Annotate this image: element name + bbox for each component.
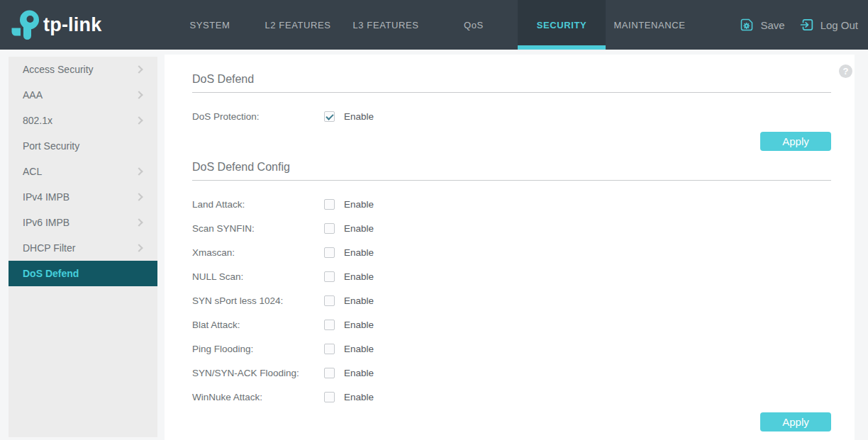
field-label: SYN sPort less 1024: bbox=[192, 295, 324, 306]
enable-label: Enable bbox=[344, 199, 374, 210]
main-nav: SYSTEM L2 FEATURES L3 FEATURES QoS SECUR… bbox=[166, 0, 694, 50]
config-row-syn-sport: SYN sPort less 1024: Enable bbox=[192, 295, 831, 306]
enable-label: Enable bbox=[344, 271, 374, 282]
sidebar-item-acl[interactable]: ACL bbox=[9, 159, 157, 184]
config-row-scan-synfin: Scan SYNFIN: Enable bbox=[192, 223, 831, 234]
sidebar-item-aaa[interactable]: AAA bbox=[9, 82, 157, 108]
tab-qos[interactable]: QoS bbox=[430, 0, 518, 50]
sidebar-item-ipv6-impb[interactable]: IPv6 IMPB bbox=[9, 210, 157, 235]
dos-protection-checkbox[interactable] bbox=[324, 111, 335, 122]
field-label: Ping Flooding: bbox=[192, 344, 324, 354]
sidebar-item-label: AAA bbox=[23, 89, 43, 101]
tab-system[interactable]: SYSTEM bbox=[166, 0, 254, 50]
chevron-right-icon bbox=[135, 193, 143, 201]
enable-label: Enable bbox=[344, 223, 374, 234]
content-panel: DoS Defend DoS Protection: Enable Apply … bbox=[165, 55, 855, 440]
enable-label: Enable bbox=[344, 247, 374, 258]
land-attack-checkbox[interactable] bbox=[324, 199, 335, 210]
dos-protection-label: DoS Protection: bbox=[192, 111, 324, 122]
field-label: Blat Attack: bbox=[192, 320, 324, 330]
logout-icon bbox=[799, 17, 815, 33]
sidebar-item-dos-defend[interactable]: DoS Defend bbox=[9, 261, 157, 286]
section-title-dos-defend: DoS Defend bbox=[192, 73, 831, 86]
logo-wordmark: tp-link bbox=[43, 14, 101, 36]
ping-flooding-checkbox[interactable] bbox=[324, 344, 335, 354]
tab-l2-features[interactable]: L2 FEATURES bbox=[254, 0, 342, 50]
save-label: Save bbox=[760, 19, 784, 31]
section-title-dos-config: DoS Defend Config bbox=[192, 161, 831, 174]
sidebar-item-ipv4-impb[interactable]: IPv4 IMPB bbox=[9, 184, 157, 210]
section-divider bbox=[192, 180, 831, 181]
sidebar-item-access-security[interactable]: Access Security bbox=[9, 57, 157, 82]
blat-attack-checkbox[interactable] bbox=[324, 320, 335, 330]
logout-button[interactable]: Log Out bbox=[799, 17, 858, 33]
sidebar-item-label: IPv6 IMPB bbox=[23, 217, 69, 228]
sidebar-item-label: Access Security bbox=[23, 64, 94, 75]
config-row-winnuke-attack: WinNuke Attack: Enable bbox=[192, 392, 831, 402]
chevron-right-icon bbox=[135, 167, 143, 175]
config-row-xmascan: Xmascan: Enable bbox=[192, 247, 831, 258]
sidebar-item-label: DHCP Filter bbox=[23, 242, 75, 254]
xmascan-checkbox[interactable] bbox=[324, 247, 335, 258]
header-actions: Save Log Out bbox=[739, 0, 858, 50]
config-row-null-scan: NULL Scan: Enable bbox=[192, 271, 831, 282]
sidebar-menu: Access Security AAA 802.1x Port Security… bbox=[9, 57, 157, 437]
enable-label: Enable bbox=[344, 368, 374, 378]
apply-button-dos-defend[interactable]: Apply bbox=[760, 132, 831, 151]
scan-synfin-checkbox[interactable] bbox=[324, 223, 335, 234]
field-label: Scan SYNFIN: bbox=[192, 223, 324, 234]
syn-sport-checkbox[interactable] bbox=[324, 295, 335, 306]
sidebar-item-label: DoS Defend bbox=[23, 268, 79, 279]
field-label: SYN/SYN-ACK Flooding: bbox=[192, 368, 324, 378]
sidebar-item-label: IPv4 IMPB bbox=[23, 191, 69, 203]
config-row-blat-attack: Blat Attack: Enable bbox=[192, 320, 831, 330]
syn-ack-flooding-checkbox[interactable] bbox=[324, 368, 335, 378]
sidebar-item-label: 802.1x bbox=[23, 115, 52, 126]
top-header: tp-link SYSTEM L2 FEATURES L3 FEATURES Q… bbox=[0, 0, 868, 50]
chevron-right-icon bbox=[135, 116, 143, 124]
chevron-right-icon bbox=[135, 218, 143, 226]
field-label: NULL Scan: bbox=[192, 271, 324, 282]
enable-label: Enable bbox=[344, 111, 374, 122]
field-label: Land Attack: bbox=[192, 199, 324, 210]
help-icon[interactable]: ? bbox=[839, 64, 852, 78]
enable-label: Enable bbox=[344, 320, 374, 330]
config-row-land-attack: Land Attack: Enable bbox=[192, 199, 831, 210]
tab-maintenance[interactable]: MAINTENANCE bbox=[606, 0, 694, 50]
chevron-right-icon bbox=[135, 91, 143, 98]
config-row-ping-flooding: Ping Flooding: Enable bbox=[192, 344, 831, 354]
tab-l3-features[interactable]: L3 FEATURES bbox=[342, 0, 430, 50]
section-divider bbox=[192, 92, 831, 93]
field-label: Xmascan: bbox=[192, 247, 324, 258]
sidebar-item-8021x[interactable]: 802.1x bbox=[9, 108, 157, 133]
tp-link-logo[interactable]: tp-link bbox=[9, 0, 101, 50]
dos-protection-row: DoS Protection: Enable bbox=[192, 111, 831, 122]
sidebar-item-dhcp-filter[interactable]: DHCP Filter bbox=[9, 235, 157, 261]
save-button[interactable]: Save bbox=[739, 17, 784, 33]
tp-link-logo-mark bbox=[9, 9, 39, 41]
sidebar-item-label: Port Security bbox=[23, 140, 79, 152]
apply-button-dos-config[interactable]: Apply bbox=[760, 412, 831, 431]
sidebar-item-label: ACL bbox=[23, 166, 42, 177]
winnuke-attack-checkbox[interactable] bbox=[324, 392, 335, 402]
config-row-syn-ack-flooding: SYN/SYN-ACK Flooding: Enable bbox=[192, 368, 831, 378]
chevron-right-icon bbox=[135, 65, 143, 73]
logout-label: Log Out bbox=[820, 19, 858, 31]
save-icon bbox=[739, 17, 755, 33]
field-label: WinNuke Attack: bbox=[192, 392, 324, 402]
enable-label: Enable bbox=[344, 295, 374, 306]
null-scan-checkbox[interactable] bbox=[324, 271, 335, 282]
chevron-right-icon bbox=[135, 244, 143, 252]
tab-security[interactable]: SECURITY bbox=[518, 0, 606, 50]
enable-label: Enable bbox=[344, 344, 374, 354]
enable-label: Enable bbox=[344, 392, 374, 402]
sidebar-item-port-security[interactable]: Port Security bbox=[9, 133, 157, 159]
